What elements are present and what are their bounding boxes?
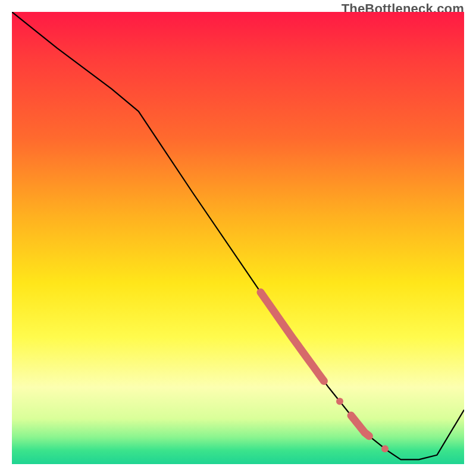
plot-area [12, 12, 464, 464]
chart-container: TheBottleneck.com [0, 0, 476, 476]
